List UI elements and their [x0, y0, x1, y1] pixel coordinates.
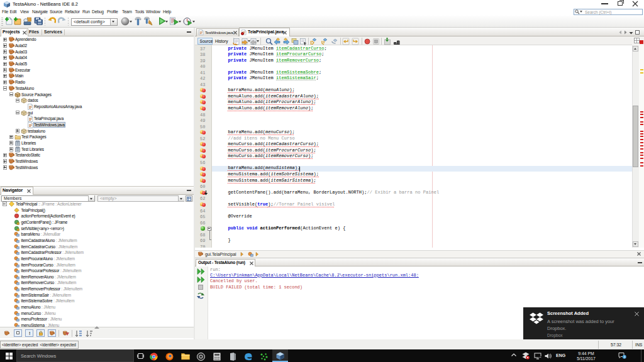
svg-text:3: 3 — [623, 355, 625, 359]
